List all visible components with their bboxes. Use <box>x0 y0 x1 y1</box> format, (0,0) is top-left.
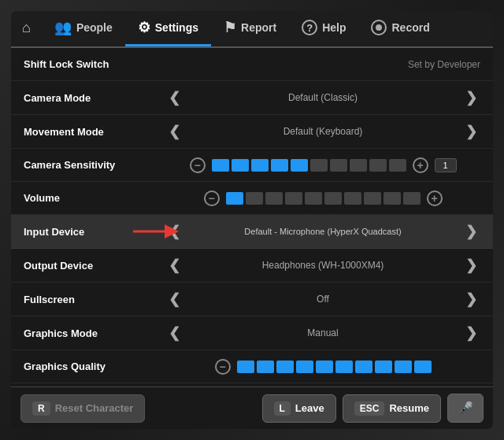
setting-row-camera-sensitivity: Camera Sensitivity − <box>11 149 493 182</box>
nav-settings-label: Settings <box>155 21 198 34</box>
volume-slider[interactable] <box>226 192 421 205</box>
setting-row-graphics-mode: Graphics Mode ❮ Manual ❯ <box>11 316 493 350</box>
vol-block-3 <box>265 192 283 205</box>
graphics-mode-left-btn[interactable]: ❮ <box>165 324 183 342</box>
fullscreen-value: Off <box>190 294 456 305</box>
nav-report-label: Report <box>241 21 276 34</box>
leave-button[interactable]: L Leave <box>262 394 336 423</box>
input-device-right-btn[interactable]: ❯ <box>462 223 480 240</box>
graphics-mode-controls: ❮ Manual ❯ <box>165 324 480 342</box>
volume-plus-btn[interactable]: + <box>427 190 443 206</box>
reset-key-badge: R <box>32 401 50 416</box>
movement-mode-right-btn[interactable]: ❯ <box>462 123 480 140</box>
movement-mode-left-btn[interactable]: ❮ <box>165 123 183 140</box>
vol-block-9 <box>384 192 401 205</box>
camera-sensitivity-minus-btn[interactable]: − <box>190 157 206 173</box>
slider-block-10 <box>389 159 406 172</box>
output-device-left-btn[interactable]: ❮ <box>165 257 183 274</box>
home-icon: ⌂ <box>22 20 31 36</box>
slider-block-5 <box>291 159 308 172</box>
graphics-quality-slider[interactable] <box>237 361 432 373</box>
navbar: ⌂ 👥 People ⚙ Settings ⚑ Report ? Help Re… <box>11 11 493 48</box>
gq-block-6 <box>335 361 353 373</box>
vol-block-8 <box>364 192 381 205</box>
camera-mode-value: Default (Classic) <box>190 92 456 103</box>
nav-people[interactable]: 👥 People <box>42 11 125 46</box>
slider-block-2 <box>232 159 249 172</box>
slider-block-9 <box>369 159 387 172</box>
vol-block-4 <box>285 192 302 205</box>
nav-people-label: People <box>76 21 113 34</box>
setting-row-input-device: Input Device ❮ Default - Microphone (Hyp… <box>11 215 493 249</box>
camera-mode-left-btn[interactable]: ❮ <box>165 89 183 106</box>
output-device-value: Headphones (WH-1000XM4) <box>190 260 456 271</box>
camera-mode-controls: ❮ Default (Classic) ❯ <box>165 89 480 106</box>
nav-home[interactable]: ⌂ <box>11 11 42 46</box>
reset-label: Reset Character <box>55 402 134 414</box>
vol-block-2 <box>246 192 263 205</box>
setting-row-camera-mode: Camera Mode ❮ Default (Classic) ❯ <box>11 81 493 115</box>
settings-panel[interactable]: Shift Lock Switch Set by Developer Camer… <box>11 48 493 386</box>
reset-character-button[interactable]: R Reset Character <box>20 394 145 423</box>
slider-block-4 <box>271 159 288 172</box>
camera-mode-right-btn[interactable]: ❯ <box>462 89 480 106</box>
shift-lock-value: Set by Developer <box>165 59 480 70</box>
camera-mode-label: Camera Mode <box>24 92 165 104</box>
output-device-right-btn[interactable]: ❯ <box>462 257 480 274</box>
vol-block-7 <box>344 192 361 205</box>
vol-block-1 <box>226 192 243 205</box>
camera-sensitivity-label: Camera Sensitivity <box>24 159 165 171</box>
fullscreen-label: Fullscreen <box>24 294 165 305</box>
setting-row-output-device: Output Device ❮ Headphones (WH-1000XM4) … <box>11 249 493 283</box>
input-device-value: Default - Microphone (HyperX Quadcast) <box>190 227 456 236</box>
flag-icon: ⚑ <box>224 19 236 36</box>
slider-block-8 <box>350 159 367 172</box>
vol-block-6 <box>324 192 342 205</box>
graphics-quality-label: Graphics Quality <box>24 361 165 372</box>
volume-controls: − + <box>165 190 480 206</box>
fullscreen-left-btn[interactable]: ❮ <box>165 290 183 308</box>
vol-block-5 <box>305 192 322 205</box>
shift-lock-label: Shift Lock Switch <box>24 58 165 70</box>
microphone-button[interactable]: 🎤 <box>447 394 484 423</box>
fullscreen-controls: ❮ Off ❯ <box>165 290 480 308</box>
camera-sensitivity-controls: − + 1 <box>165 157 480 173</box>
main-container: ⌂ 👥 People ⚙ Settings ⚑ Report ? Help Re… <box>11 11 493 429</box>
nav-record-label: Record <box>391 21 429 34</box>
nav-settings[interactable]: ⚙ Settings <box>125 11 211 46</box>
slider-block-3 <box>251 159 269 172</box>
slider-block-6 <box>310 159 328 172</box>
output-device-controls: ❮ Headphones (WH-1000XM4) ❯ <box>165 257 480 274</box>
volume-label: Volume <box>24 192 165 204</box>
graphics-mode-right-btn[interactable]: ❯ <box>462 324 480 342</box>
graphics-quality-controls: − <box>165 359 480 375</box>
camera-sensitivity-slider[interactable] <box>212 159 406 172</box>
gq-block-1 <box>237 361 254 373</box>
setting-row-movement-mode: Movement Mode ❮ Default (Keyboard) ❯ <box>11 115 493 149</box>
graphics-mode-label: Graphics Mode <box>24 327 165 339</box>
resume-label: Resume <box>389 402 429 414</box>
leave-key-badge: L <box>274 401 291 416</box>
nav-report[interactable]: ⚑ Report <box>211 11 289 46</box>
slider-block-1 <box>212 159 229 172</box>
nav-help[interactable]: ? Help <box>289 11 358 46</box>
nav-record[interactable]: Record <box>358 11 442 46</box>
movement-mode-value: Default (Keyboard) <box>190 126 456 137</box>
setting-row-fullscreen: Fullscreen ❮ Off ❯ <box>11 283 493 316</box>
gq-block-3 <box>276 361 294 373</box>
camera-sensitivity-plus-btn[interactable]: + <box>413 157 428 173</box>
camera-sensitivity-value[interactable]: 1 <box>435 158 457 172</box>
setting-row-volume: Volume − + <box>11 182 493 215</box>
people-icon: 👥 <box>54 19 72 36</box>
graphics-quality-minus-btn[interactable]: − <box>215 359 231 375</box>
graphics-mode-value: Manual <box>190 327 456 338</box>
volume-minus-btn[interactable]: − <box>204 190 220 206</box>
resume-button[interactable]: ESC Resume <box>343 394 441 423</box>
resume-key-badge: ESC <box>354 401 385 416</box>
gq-block-2 <box>257 361 274 373</box>
vol-block-10 <box>403 192 421 205</box>
fullscreen-right-btn[interactable]: ❯ <box>462 290 480 308</box>
content-area: Shift Lock Switch Set by Developer Camer… <box>11 48 493 386</box>
movement-mode-controls: ❮ Default (Keyboard) ❯ <box>165 123 480 140</box>
leave-label: Leave <box>295 402 324 414</box>
